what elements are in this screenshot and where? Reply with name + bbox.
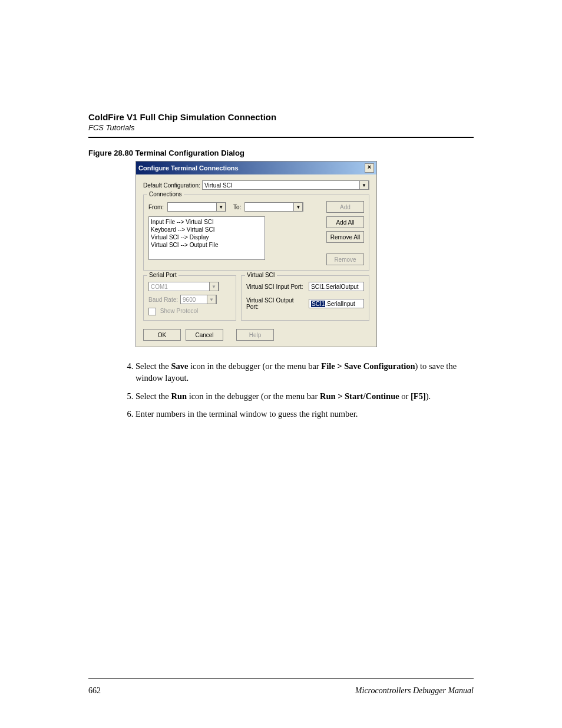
- chevron-down-icon: ▼: [209, 282, 219, 291]
- vsci-output-field[interactable]: SCI1.SerialInput: [309, 299, 364, 308]
- add-all-button[interactable]: Add All: [326, 216, 364, 228]
- baud-rate-combo: 9600 ▼: [180, 295, 217, 304]
- connections-group: Connections From: ▼ To: ▼ Add: [143, 195, 369, 271]
- baud-rate-label: Baud Rate:: [148, 297, 178, 303]
- chevron-down-icon: ▼: [207, 295, 216, 304]
- close-icon[interactable]: ×: [365, 163, 374, 173]
- instruction-6: Enter numbers in the terminal window to …: [135, 408, 474, 420]
- chevron-down-icon[interactable]: ▼: [216, 202, 226, 212]
- section-subtitle: FCS Tutorials: [88, 123, 474, 132]
- show-protocol-label: Show Protocol: [160, 308, 198, 314]
- page-footer: 662 Microcontrollers Debugger Manual: [88, 678, 474, 696]
- manual-title: Microcontrollers Debugger Manual: [355, 686, 474, 696]
- list-item[interactable]: Virtual SCI --> Output File: [151, 241, 263, 249]
- serial-port-group: Serial Port COM1 ▼ Baud Rate: 9600 ▼: [143, 275, 236, 321]
- vsci-input-value: SCI1.SerialOutput: [311, 284, 359, 290]
- ok-button[interactable]: OK: [143, 329, 181, 341]
- help-button[interactable]: Help: [236, 329, 274, 341]
- list-item[interactable]: Virtual SCI --> Display: [151, 233, 263, 241]
- virtual-sci-group: Virtual SCI Virtual SCI Input Port: SCI1…: [241, 275, 369, 321]
- vsci-output-rest: .SerialInput: [325, 301, 355, 307]
- from-label: From:: [148, 204, 164, 210]
- to-label: To:: [233, 204, 241, 210]
- dialog-title: Configure Terminal Connections: [138, 164, 239, 172]
- terminal-config-dialog: Configure Terminal Connections × Default…: [135, 161, 377, 347]
- list-item[interactable]: Input File --> Virtual SCI: [151, 218, 263, 226]
- add-button[interactable]: Add: [326, 201, 364, 213]
- chevron-down-icon[interactable]: ▼: [293, 202, 303, 212]
- serial-port-combo: COM1 ▼: [148, 282, 219, 291]
- connections-listbox[interactable]: Input File --> Virtual SCI Keyboard --> …: [148, 216, 265, 260]
- instruction-4: Select the Save icon in the debugger (or…: [135, 360, 474, 384]
- vsci-output-label: Virtual SCI Output Port:: [246, 297, 305, 310]
- to-combo[interactable]: ▼: [244, 202, 303, 212]
- show-protocol-checkbox: [148, 308, 156, 315]
- serial-port-legend: Serial Port: [147, 272, 178, 278]
- list-item[interactable]: Keyboard --> Virtual SCI: [151, 226, 263, 233]
- virtual-sci-legend: Virtual SCI: [245, 272, 277, 278]
- figure-caption: Figure 28.80 Terminal Configuration Dial…: [88, 149, 474, 157]
- default-config-combo[interactable]: Virtual SCI ▼: [202, 180, 369, 190]
- cancel-button[interactable]: Cancel: [186, 329, 223, 341]
- page-number: 662: [88, 686, 101, 696]
- serial-port-value: COM1: [151, 284, 168, 290]
- instruction-list: Select the Save icon in the debugger (or…: [124, 360, 474, 420]
- instruction-5: Select the Run icon in the debugger (or …: [135, 390, 474, 402]
- chapter-title: ColdFire V1 Full Chip Simulation Connect…: [88, 112, 474, 122]
- vsci-input-label: Virtual SCI Input Port:: [246, 284, 305, 290]
- remove-button[interactable]: Remove: [326, 253, 364, 265]
- baud-rate-value: 9600: [183, 297, 196, 303]
- default-config-label: Default Configuration:: [143, 182, 202, 189]
- remove-all-button[interactable]: Remove All: [326, 231, 364, 243]
- chevron-down-icon[interactable]: ▼: [359, 180, 369, 190]
- dialog-titlebar[interactable]: Configure Terminal Connections ×: [136, 162, 376, 174]
- vsci-input-field[interactable]: SCI1.SerialOutput: [309, 282, 364, 291]
- vsci-output-selected: SCI1: [311, 301, 325, 307]
- connections-legend: Connections: [147, 191, 184, 197]
- header-rule: [88, 137, 474, 138]
- default-config-value: Virtual SCI: [204, 182, 233, 189]
- from-combo[interactable]: ▼: [167, 202, 226, 212]
- footer-rule: [88, 678, 474, 679]
